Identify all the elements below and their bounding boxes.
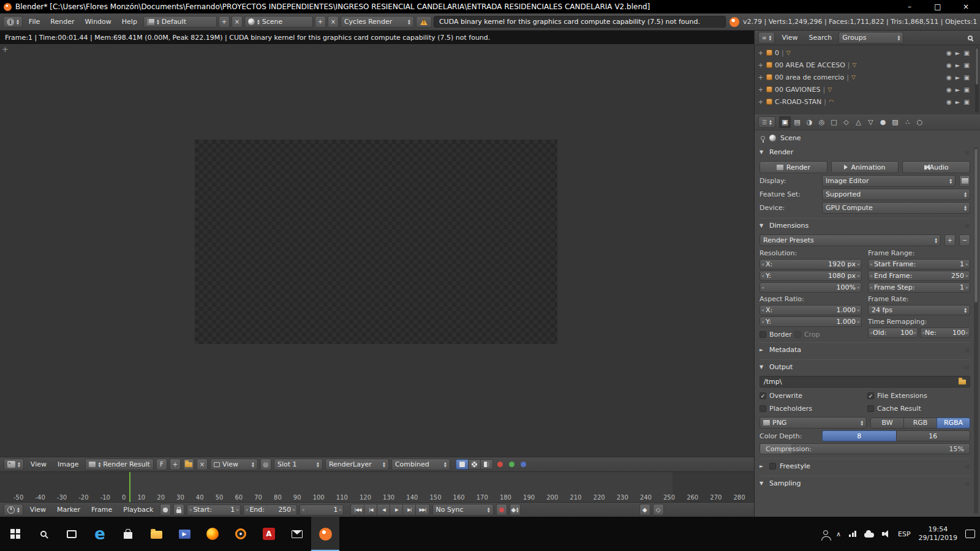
render-camera-icon[interactable]: ▣ [964,74,970,81]
menu-file[interactable]: File [24,18,44,26]
outliner-item[interactable]: +C-ROAD-STAN|◠◉►▣ [755,96,980,108]
visibility-eye-icon[interactable]: ◉ [946,50,952,56]
sync-dropdown[interactable]: No Sync [432,504,494,515]
current-frame-field[interactable]: 1 [300,504,344,515]
expand-icon[interactable]: + [758,50,764,56]
green-channel-button[interactable] [509,462,514,467]
add-scene-button[interactable]: + [315,16,326,28]
blue-channel-button[interactable] [521,462,526,467]
tab-world[interactable]: ◎ [816,116,827,128]
selectability-arrow-icon[interactable]: ► [956,99,960,105]
cache-result-checkbox[interactable]: Cache Result [867,403,970,414]
menu-render[interactable]: Render [46,18,78,26]
delete-layout-button[interactable]: × [232,16,243,28]
search-button[interactable] [29,517,58,551]
editor-type-button[interactable]: ☰ [758,116,775,128]
outliner-item[interactable]: +00 GAVIONES|▽◉►▣ [755,83,980,96]
outliner-scrollbar[interactable] [975,47,979,113]
taskbar-store[interactable] [114,517,142,551]
end-frame-field[interactable]: End Frame: 250 [868,271,970,281]
selectability-arrow-icon[interactable]: ► [956,50,960,56]
taskbar-orange-app[interactable] [227,517,255,551]
tab-material[interactable]: ● [877,116,889,128]
render-camera-icon[interactable]: ▣ [964,50,970,56]
menu-view[interactable]: View [777,34,802,42]
tab-data[interactable]: ▽ [865,116,876,128]
taskbar-mail[interactable] [283,517,311,551]
tray-expand-chevron-icon[interactable]: ∧ [836,530,841,538]
outliner-item-label[interactable]: 00 AREA DE ACCESO [775,61,845,69]
tab-texture[interactable]: ▨ [889,116,901,128]
new-window-button[interactable] [959,175,970,187]
editor-type-button[interactable] [3,16,23,28]
visibility-eye-icon[interactable]: ◉ [946,86,952,93]
scene-selector[interactable]: Scene [244,16,313,28]
visibility-eye-icon[interactable]: ◉ [946,99,952,105]
open-image-button[interactable] [183,459,194,470]
selectability-arrow-icon[interactable]: ► [956,86,960,93]
mode-dropdown[interactable]: View [210,459,258,470]
animation-button[interactable]: Animation [831,161,899,173]
outliner-item-label[interactable]: 00 area de comercio [775,73,844,81]
resolution-x-field[interactable]: X: 1920 px [760,259,862,269]
clock[interactable]: 19:54 29/11/2019 [919,525,957,543]
search-icon[interactable] [968,36,973,40]
outliner-item-label[interactable]: C-ROAD-STAN [775,98,821,106]
selectability-arrow-icon[interactable]: ► [956,74,960,81]
editor-type-button[interactable] [4,504,23,515]
expand-icon[interactable]: + [758,99,764,105]
resolution-y-field[interactable]: Y: 1080 px [760,271,862,281]
aspect-y-field[interactable]: Y: 1.000 [760,317,862,327]
dimensions-panel-header[interactable]: ▼ Dimensions [760,219,970,233]
outliner-item[interactable]: +00 area de comercio|▽◉►▣ [755,71,980,83]
outliner-item[interactable]: +0|▽◉►▣ [755,47,980,59]
outliner-item[interactable]: +00 AREA DE ACCESO|▽◉►▣ [755,59,980,71]
start-button[interactable] [1,517,29,551]
render-engine-dropdown[interactable]: Cycles Render [341,16,414,28]
menu-help[interactable]: Help [118,18,141,26]
menu-view[interactable]: View [26,460,51,468]
auto-keyframe-button[interactable] [160,504,171,515]
file-format-dropdown[interactable]: PNG [760,417,867,429]
people-icon[interactable] [823,530,828,535]
render-button[interactable]: Render [760,161,827,173]
placeholders-checkbox[interactable]: Placeholders [760,403,862,414]
selectability-arrow-icon[interactable]: ► [956,62,960,69]
taskbar-movies-tv[interactable] [170,517,198,551]
slot-dropdown[interactable]: Slot 1 [274,459,323,470]
rgb-button[interactable]: RGB [903,418,937,429]
delete-scene-button[interactable]: × [328,16,339,28]
fake-user-button[interactable]: F [156,459,167,470]
warning-button[interactable] [416,16,432,28]
play-reverse-button[interactable]: ◀ [377,504,390,515]
draw-color-button[interactable] [456,459,469,470]
audio-button[interactable]: Audio [902,161,970,173]
start-frame-field[interactable]: Start: 1 [187,504,241,515]
draw-color-alpha-button[interactable] [468,459,481,470]
file-extensions-checkbox[interactable]: File Extensions [867,391,970,401]
editor-type-button[interactable] [4,459,24,470]
menu-frame[interactable]: Frame [87,506,116,514]
menu-window[interactable]: Window [80,18,115,26]
pin-icon[interactable] [761,136,765,140]
render-camera-icon[interactable]: ▣ [964,99,970,105]
pivot-button[interactable]: ◎ [260,459,271,470]
tab-physics[interactable]: ○ [914,116,925,128]
tab-scene[interactable]: ◑ [804,116,815,128]
record-button[interactable] [496,504,507,515]
red-channel-button[interactable] [497,462,503,467]
render-presets-dropdown[interactable]: Render Presets [760,234,941,246]
frame-step-field[interactable]: Frame Step: 1 [868,282,970,293]
task-view-button[interactable] [58,517,86,551]
jump-to-start-button[interactable]: |◀◀ [350,504,364,515]
metadata-panel-header[interactable]: ► Metadata [760,343,970,357]
outliner-display-dropdown[interactable]: Groups [839,32,903,43]
delete-keyframe-button[interactable]: ◇ [653,504,664,515]
freestyle-panel-header[interactable]: ► Freestyle [760,459,970,473]
bw-button[interactable]: BW [870,418,904,429]
output-path-field[interactable]: /tmp\ [760,376,970,388]
new-image-button[interactable]: + [170,459,181,470]
border-checkbox[interactable]: Border [760,329,792,340]
close-button[interactable]: × [952,0,980,13]
render-panel-header[interactable]: ▼ Render [760,145,970,159]
